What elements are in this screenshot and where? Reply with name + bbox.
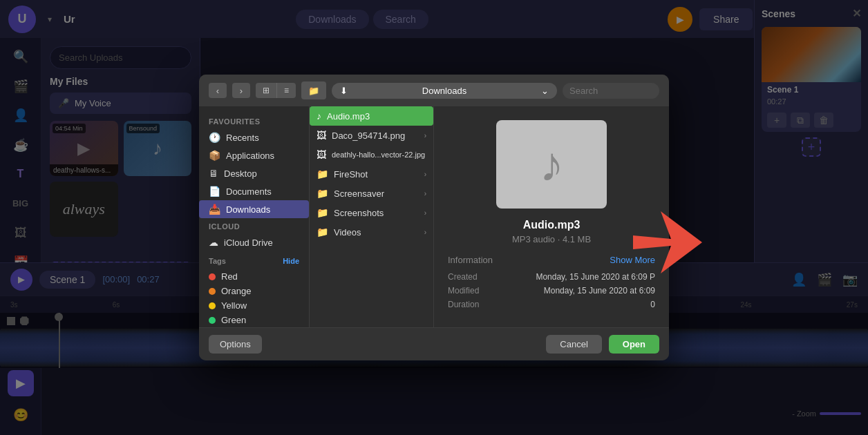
applications-label: Applications [226, 151, 274, 161]
sidebar-item-desktop[interactable]: 🖥 Desktop [199, 164, 309, 182]
sidebar-item-applications[interactable]: 📦 Applications [199, 146, 309, 164]
dialog-search-input[interactable] [563, 83, 659, 99]
created-value: Monday, 15 June 2020 at 6:09 P [536, 272, 655, 282]
dialog-titlebar: ‹ › ⊞ ≡ 📁 ⬇ Downloads ⌄ [199, 75, 669, 106]
videos-foldername: Videos [334, 227, 361, 238]
preview-filename: Audio.mp3 [523, 219, 581, 231]
recents-icon: 🕐 [209, 132, 220, 143]
folder-icon-1: 📁 [317, 168, 328, 180]
created-key: Created [448, 272, 478, 282]
tag-item-green[interactable]: Green [209, 313, 299, 327]
file-item-audio-mp3[interactable]: ♪ Audio.mp3 [310, 106, 433, 126]
desktop-icon: 🖥 [209, 168, 218, 179]
view-toggle: ⊞ ≡ [256, 83, 296, 98]
view-grid-button[interactable]: ⊞ [256, 83, 277, 98]
tag-item-orange[interactable]: Orange [209, 284, 299, 298]
expand-arrow-5: › [424, 229, 426, 236]
preview-filetype: MP3 audio · 4.1 MB [512, 234, 591, 244]
duration-key: Duration [448, 300, 479, 309]
expand-arrow-1: › [424, 132, 426, 139]
tags-hide-button[interactable]: Hide [283, 257, 299, 265]
expand-arrow-4: › [424, 209, 426, 217]
music-preview-thumbnail: ♪ [496, 120, 607, 209]
location-icon: ⬇ [340, 86, 348, 96]
cancel-button[interactable]: Cancel [546, 335, 601, 354]
sidebar-item-recents[interactable]: 🕐 Recents [199, 128, 309, 146]
icloud-section-label: iCloud [199, 218, 309, 233]
tag-label-red: Red [221, 271, 238, 282]
info-row-created: Created Monday, 15 June 2020 at 6:09 P [448, 272, 655, 282]
dialog-footer: Options Cancel Open [199, 327, 669, 360]
folder-icon-2: 📁 [317, 188, 328, 199]
music-note-icon: ♪ [540, 137, 564, 192]
info-row-modified: Modified Monday, 15 June 2020 at 6:09 [448, 286, 655, 296]
expand-arrow-3: › [424, 190, 426, 197]
tag-label-yellow: Yellow [221, 300, 247, 311]
fireshot-foldername: FireShot [334, 169, 368, 180]
icloud-drive-label: iCloud Drive [224, 238, 273, 248]
modified-value: Monday, 15 June 2020 at 6:09 [544, 286, 655, 296]
tag-dot-orange [209, 288, 216, 295]
downloads-label: Downloads [226, 204, 270, 215]
downloads-icon: 📥 [209, 204, 220, 215]
info-header: Information Show More [448, 255, 655, 265]
info-row-duration: Duration 0 [448, 300, 655, 309]
info-label: Information [448, 255, 493, 265]
documents-icon: 📄 [209, 186, 220, 197]
file-item-screensaver[interactable]: 📁 Screensaver › [310, 184, 433, 203]
tags-title: Tags Hide [209, 257, 299, 265]
show-more-button[interactable]: Show More [610, 255, 655, 265]
dialog-back-button[interactable]: ‹ [209, 83, 227, 98]
dialog-sidebar: Favourites 🕐 Recents 📦 Applications 🖥 De… [199, 106, 310, 327]
preview-info-section: Information Show More Created Monday, 15… [448, 255, 655, 313]
location-display: ⬇ Downloads ⌄ [332, 83, 557, 99]
expand-arrow-2: › [424, 171, 426, 178]
file-dialog: ‹ › ⊞ ≡ 📁 ⬇ Downloads ⌄ Favourites 🕐 Rec… [199, 75, 669, 360]
tag-label-green: Green [221, 315, 246, 325]
dialog-body: Favourites 🕐 Recents 📦 Applications 🖥 De… [199, 106, 669, 327]
documents-label: Documents [226, 186, 272, 197]
tag-dot-red [209, 273, 216, 280]
desktop-label: Desktop [224, 168, 257, 179]
tags-section: Tags Hide Red Orange Yellow [199, 251, 309, 327]
dialog-forward-button[interactable]: › [232, 83, 250, 98]
location-chevron: ⌄ [541, 86, 549, 96]
deathly-filename: deathly-hallo...vector-22.jpg [332, 151, 425, 159]
dialog-folder-button[interactable]: 📁 [301, 81, 326, 99]
file-item-videos[interactable]: 📁 Videos › [310, 222, 433, 242]
file-item-daco-png[interactable]: 🖼 Daco_954714.png › [310, 126, 433, 145]
daco-filename: Daco_954714.png [332, 130, 405, 141]
file-item-deathly-jpg[interactable]: 🖼 deathly-hallo...vector-22.jpg [310, 145, 433, 164]
sidebar-item-documents[interactable]: 📄 Documents [199, 182, 309, 200]
tag-item-red[interactable]: Red [209, 269, 299, 284]
tag-item-yellow[interactable]: Yellow [209, 298, 299, 313]
dialog-preview-pane: ♪ Audio.mp3 MP3 audio · 4.1 MB Informati… [434, 106, 669, 327]
file-item-fireshot[interactable]: 📁 FireShot › [310, 164, 433, 184]
applications-icon: 📦 [209, 150, 220, 161]
image-file-icon-1: 🖼 [317, 130, 326, 141]
sidebar-item-icloud-drive[interactable]: ☁ iCloud Drive [199, 233, 309, 251]
tag-dot-green [209, 317, 216, 324]
icloud-icon: ☁ [209, 237, 218, 248]
file-item-screenshots[interactable]: 📁 Screenshots › [310, 203, 433, 222]
location-name: Downloads [422, 86, 466, 96]
audio-file-icon: ♪ [317, 110, 321, 122]
dialog-files-pane: ♪ Audio.mp3 🖼 Daco_954714.png › 🖼 deathl… [310, 106, 434, 327]
duration-value: 0 [650, 300, 655, 309]
tag-label-orange: Orange [221, 286, 251, 296]
options-button[interactable]: Options [209, 335, 262, 354]
favourites-section-label: Favourites [199, 113, 309, 128]
footer-buttons: Cancel Open [546, 335, 659, 354]
image-file-icon-2: 🖼 [317, 149, 326, 160]
folder-icon-4: 📁 [317, 226, 328, 238]
recents-label: Recents [226, 133, 259, 143]
sidebar-item-downloads[interactable]: 📥 Downloads [199, 200, 309, 218]
folder-icon-3: 📁 [317, 207, 328, 218]
audio-filename: Audio.mp3 [327, 111, 370, 122]
view-list-button[interactable]: ≡ [277, 83, 296, 98]
tag-dot-yellow [209, 302, 216, 309]
file-dialog-overlay: ‹ › ⊞ ≡ 📁 ⬇ Downloads ⌄ Favourites 🕐 Rec… [0, 0, 868, 435]
screenshots-foldername: Screenshots [334, 208, 384, 218]
modified-key: Modified [448, 286, 479, 296]
open-button[interactable]: Open [609, 335, 659, 354]
